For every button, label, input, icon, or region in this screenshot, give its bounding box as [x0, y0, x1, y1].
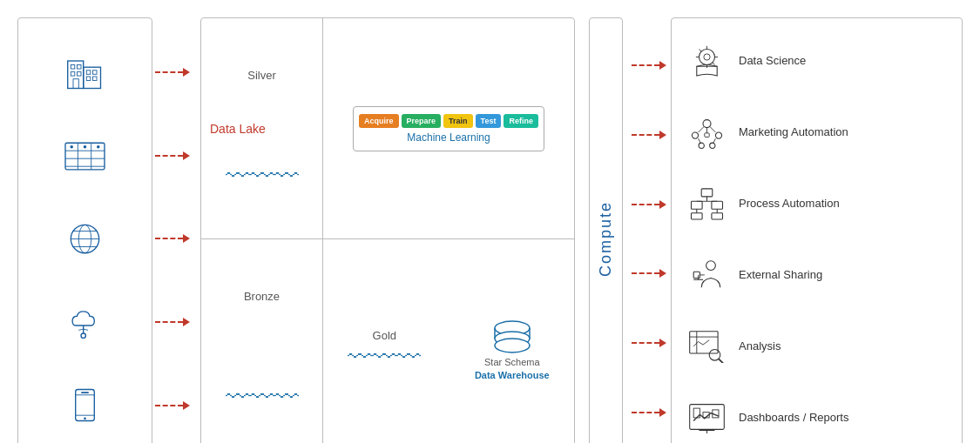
compute-label: Compute — [589, 17, 623, 443]
data-lakehouse-panel: Silver 〰〰〰 Data Lake Acquire Prepare Tra… — [200, 17, 575, 443]
svg-rect-26 — [76, 389, 95, 420]
analysis-icon — [685, 328, 728, 363]
svg-line-42 — [699, 49, 701, 51]
star-schema-label: Star Schema — [484, 357, 540, 367]
data-sources-panel — [17, 17, 152, 443]
ml-steps: Acquire Prepare Train Test Refine — [361, 114, 537, 128]
consumer-arrow-5 — [632, 339, 666, 347]
acquire-step: Acquire — [359, 114, 399, 128]
data-science-label: Data Science — [739, 54, 806, 67]
svg-point-36 — [699, 49, 714, 64]
svg-point-66 — [706, 261, 715, 271]
grid-icon — [27, 137, 143, 176]
lake-left-bottom: Bronze 〰〰〰 — [201, 239, 323, 443]
svg-rect-62 — [691, 212, 702, 218]
svg-line-52 — [698, 138, 700, 143]
consumer-arrow-3 — [632, 200, 666, 209]
lakehouse-top: Silver 〰〰〰 Data Lake Acquire Prepare Tra… — [201, 18, 574, 239]
svg-point-37 — [703, 54, 709, 60]
svg-rect-58 — [691, 201, 702, 209]
svg-line-51 — [710, 126, 715, 131]
arrow-1 — [155, 68, 190, 77]
data-science-icon — [685, 44, 728, 78]
gold-label: Gold — [373, 329, 396, 342]
lake-right-top: Acquire Prepare Train Test Refine Machin… — [323, 18, 574, 238]
consumer-arrow-2 — [632, 131, 666, 139]
svg-rect-4 — [71, 72, 75, 77]
mobile-icon — [27, 386, 143, 425]
lake-right-bottom: Gold 〰〰〰 Star Schema Data Warehouse — [323, 239, 574, 443]
gold-waves: 〰〰〰 — [348, 346, 421, 370]
svg-line-50 — [698, 126, 703, 131]
svg-point-49 — [709, 143, 714, 148]
svg-point-47 — [715, 132, 721, 138]
arrow-2 — [155, 151, 190, 160]
consumer-data-science: Data Science — [685, 44, 949, 78]
silver-waves: 〰〰〰 — [226, 164, 299, 189]
process-automation-icon — [685, 186, 728, 221]
svg-rect-30 — [81, 392, 89, 393]
svg-point-18 — [84, 144, 87, 148]
consumer-marketing-automation: Marketing Automation — [685, 115, 949, 150]
arrow-5 — [155, 401, 190, 410]
source-to-lake-arrows — [152, 17, 192, 443]
lake-left-top: Silver 〰〰〰 Data Lake — [201, 18, 323, 238]
svg-line-43 — [712, 63, 714, 65]
svg-point-45 — [703, 119, 711, 127]
svg-rect-1 — [84, 67, 101, 88]
dashboards-reports-label: Dashboards / Reports — [739, 411, 848, 424]
svg-line-76 — [693, 342, 698, 346]
svg-rect-56 — [701, 188, 713, 196]
svg-point-46 — [692, 132, 698, 138]
analysis-label: Analysis — [739, 339, 781, 352]
svg-rect-71 — [689, 332, 717, 353]
lakehouse-bottom: Bronze 〰〰〰 Gold 〰〰〰 — [201, 239, 574, 443]
marketing-automation-icon — [685, 115, 728, 150]
svg-point-17 — [70, 144, 73, 148]
bronze-waves: 〰〰〰 — [226, 386, 299, 410]
svg-point-29 — [84, 417, 86, 420]
svg-point-35 — [495, 339, 530, 352]
compute-to-consumer-arrows — [632, 17, 666, 443]
external-sharing-icon — [685, 257, 728, 292]
svg-rect-2 — [71, 65, 75, 70]
svg-line-77 — [698, 342, 702, 346]
compute-panel: Compute — [579, 17, 632, 443]
refine-step: Refine — [504, 114, 538, 128]
silver-label: Silver — [247, 69, 276, 82]
svg-line-53 — [713, 138, 715, 143]
svg-rect-59 — [711, 201, 722, 209]
consumer-dashboards-reports: Dashboards / Reports — [685, 399, 949, 434]
svg-point-19 — [97, 144, 100, 148]
svg-point-74 — [709, 350, 720, 361]
prepare-step: Prepare — [402, 114, 442, 128]
svg-rect-8 — [86, 77, 91, 81]
marketing-automation-label: Marketing Automation — [739, 125, 848, 138]
consumer-arrow-1 — [632, 61, 666, 70]
process-automation-label: Process Automation — [739, 197, 840, 210]
svg-line-78 — [703, 340, 709, 345]
bronze-label: Bronze — [244, 290, 280, 303]
svg-rect-63 — [711, 212, 722, 218]
arrow-3 — [155, 234, 190, 243]
consumer-arrow-6 — [632, 408, 666, 417]
svg-line-75 — [719, 359, 723, 364]
consumer-process-automation: Process Automation — [685, 186, 949, 221]
svg-rect-67 — [693, 272, 700, 279]
consumer-arrow-4 — [632, 269, 666, 278]
cloud-device-icon — [27, 302, 143, 341]
svg-point-48 — [699, 143, 704, 148]
svg-rect-55 — [704, 133, 708, 138]
svg-rect-5 — [78, 72, 82, 77]
svg-rect-7 — [93, 70, 98, 75]
arrow-4 — [155, 318, 190, 326]
ml-label: Machine Learning — [361, 131, 537, 144]
data-lake-label: Data Lake — [210, 122, 266, 136]
svg-rect-6 — [86, 70, 91, 75]
building-icon — [27, 53, 143, 92]
network-icon — [27, 219, 143, 258]
svg-rect-10 — [73, 79, 78, 89]
consumer-analysis: Analysis — [685, 328, 949, 363]
svg-rect-9 — [93, 77, 98, 81]
star-schema: Star Schema Data Warehouse — [475, 319, 550, 380]
